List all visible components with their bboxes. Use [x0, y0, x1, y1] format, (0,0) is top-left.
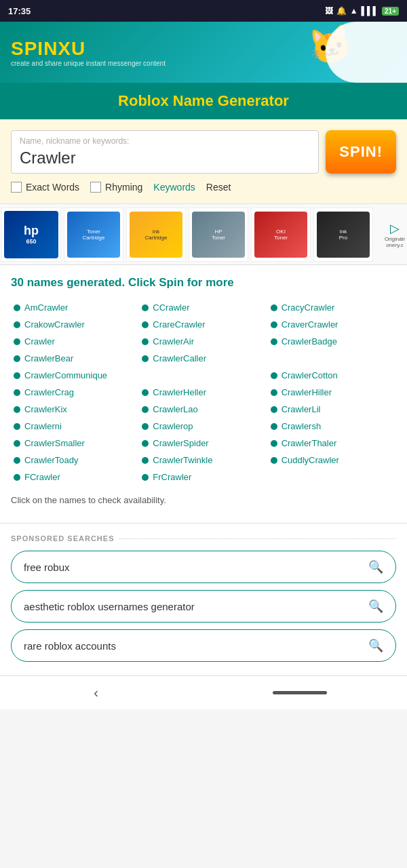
search-icon-2: 🔍 [368, 599, 383, 614]
page-title-bar: Roblox Name Generator [0, 83, 407, 119]
exact-words-checkbox-label[interactable]: Exact Words [11, 182, 79, 193]
sponsored-section: SPONSORED SEARCHES free robux 🔍 aestheti… [0, 523, 407, 675]
name-item[interactable]: Crawler [11, 333, 139, 350]
name-item[interactable]: CracyCrawler [268, 299, 396, 316]
name-item[interactable]: CrawlerKix [11, 401, 139, 418]
home-indicator[interactable] [273, 691, 327, 694]
ad-item-6[interactable]: InkPro [313, 208, 373, 262]
name-item[interactable]: CrawlerCaller [139, 350, 396, 367]
search-input-wrapper: Name, nickname or keywords: [11, 130, 319, 174]
sponsored-label: SPONSORED SEARCHES [11, 534, 114, 542]
search-input[interactable] [20, 149, 310, 167]
ad-hp-logo: hp 650 [4, 211, 58, 258]
name-dot [14, 338, 20, 345]
name-dot [14, 423, 20, 430]
sponsored-dots-divider [119, 538, 396, 539]
name-item[interactable]: CrawlerSpider [139, 435, 267, 452]
header-banner: SpinXu create and share unique instant m… [0, 22, 407, 83]
exact-words-checkbox[interactable] [11, 182, 22, 193]
ad-item-2[interactable]: TonerCartridge [64, 208, 123, 262]
name-item[interactable]: CrawlerHiller [268, 384, 396, 401]
signal-icon: ▌▌▌ [362, 6, 379, 16]
sponsored-search-1[interactable]: free robux 🔍 [11, 551, 396, 583]
battery-badge: 21+ [382, 7, 399, 16]
rhyming-checkbox[interactable] [90, 182, 101, 193]
name-item[interactable]: CrawlerAir [139, 333, 267, 350]
logo-area: SpinXu create and share unique instant m… [11, 38, 166, 67]
search-label: Name, nickname or keywords: [20, 136, 310, 146]
name-dot [14, 389, 20, 396]
name-item[interactable]: CrawlerHeller [139, 384, 267, 401]
name-item[interactable]: FCrawler [11, 469, 139, 486]
name-dot [271, 372, 277, 379]
bell-icon: 🔔 [336, 6, 347, 16]
status-time: 17:35 [8, 6, 31, 16]
name-item[interactable]: CrareCrawler [139, 316, 267, 333]
name-item[interactable]: FrCrawler [139, 469, 267, 486]
name-item[interactable]: CrawlerLil [268, 401, 396, 418]
name-item[interactable]: CrawlerBadge [268, 333, 396, 350]
name-item[interactable]: CrawlerToady [11, 452, 139, 469]
bottom-nav: ‹ [0, 675, 407, 709]
name-item[interactable]: CrawlerCotton [268, 367, 396, 384]
name-dot [271, 321, 277, 328]
ad-more-arrow-icon: ▷ [390, 221, 400, 236]
sponsored-search-1-text: free robux [24, 561, 70, 573]
name-dot [14, 355, 20, 362]
status-icons: 🖼 🔔 ▲ ▌▌▌ 21+ [325, 6, 399, 16]
search-section: Name, nickname or keywords: SPIN! Exact … [0, 119, 407, 204]
ad-item-3[interactable]: InkCartridge [126, 208, 186, 262]
ad-item-1[interactable]: hp 650 [1, 208, 61, 262]
name-item[interactable]: CrawlerCommunique [11, 367, 268, 384]
name-dot [142, 440, 149, 447]
name-dot [142, 321, 149, 328]
availability-note: Click on the names to check availability… [11, 495, 396, 512]
name-item[interactable]: Crawlersh [268, 418, 396, 435]
name-dot [14, 372, 20, 379]
rhyming-label: Rhyming [105, 182, 142, 193]
name-item[interactable]: CrawlerTwinkle [139, 452, 267, 469]
name-item[interactable]: Crawlerop [139, 418, 267, 435]
sponsored-search-2[interactable]: aesthetic roblox usernames generator 🔍 [11, 590, 396, 623]
keywords-link[interactable]: Keywords [153, 182, 195, 193]
name-item[interactable]: CrawlerThaler [268, 435, 396, 452]
name-item[interactable]: CCrawler [139, 299, 267, 316]
name-dot [271, 406, 277, 413]
status-bar: 17:35 🖼 🔔 ▲ ▌▌▌ 21+ [0, 0, 407, 22]
back-button[interactable]: ‹ [80, 679, 112, 706]
ad-toner-red: OKIToner [254, 212, 307, 258]
ad-more[interactable]: ▷ Originálronery.c [374, 218, 407, 251]
name-item[interactable]: Crawlerni [11, 418, 139, 435]
ad-item-5[interactable]: OKIToner [251, 208, 311, 262]
name-item[interactable]: CrawlerLao [139, 401, 267, 418]
name-item[interactable]: CrakowCrawler [11, 316, 139, 333]
photo-icon: 🖼 [325, 6, 333, 16]
rhyming-checkbox-label[interactable]: Rhyming [90, 182, 142, 193]
ad-toner-blue: TonerCartridge [67, 212, 120, 258]
name-dot [14, 321, 20, 328]
name-item[interactable]: CrawlerCrag [11, 384, 139, 401]
options-row: Exact Words Rhyming Keywords Reset [11, 182, 396, 193]
name-dot [142, 474, 149, 481]
results-section: 30 names generated. Click Spin for more … [0, 265, 407, 523]
name-dot [142, 423, 149, 430]
ad-strip: hp 650 TonerCartridge InkCartridge HPTon… [0, 204, 407, 265]
name-item[interactable]: CraverCrawler [268, 316, 396, 333]
search-box-container: Name, nickname or keywords: SPIN! [11, 130, 396, 174]
reset-link[interactable]: Reset [206, 182, 231, 193]
name-dot [14, 406, 20, 413]
name-item[interactable]: AmCrawler [11, 299, 139, 316]
name-dot [271, 304, 277, 311]
wifi-icon: ▲ [350, 6, 358, 16]
sponsored-search-3[interactable]: rare roblox accounts 🔍 [11, 629, 396, 662]
sponsored-header: SPONSORED SEARCHES [11, 534, 396, 542]
spin-button[interactable]: SPIN! [326, 130, 396, 174]
names-grid: AmCrawler CCrawler CracyCrawler CrakowCr… [11, 299, 396, 486]
name-item[interactable]: CrawlerSmaller [11, 435, 139, 452]
ad-item-4[interactable]: HPToner [189, 208, 248, 262]
name-item[interactable]: CrawlerBear [11, 350, 139, 367]
name-item[interactable]: CuddlyCrawler [268, 452, 396, 469]
logo-text: SpinXu [11, 38, 166, 60]
name-dot [142, 355, 149, 362]
name-dot [271, 338, 277, 345]
